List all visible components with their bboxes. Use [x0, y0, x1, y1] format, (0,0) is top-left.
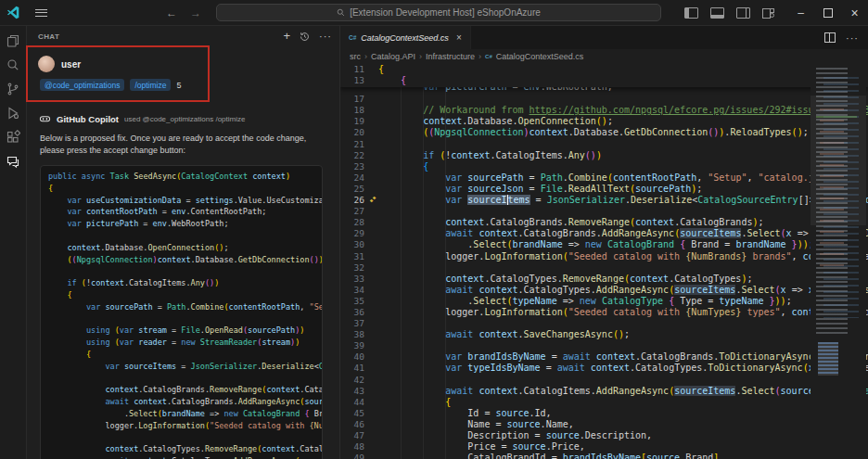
chat-header: CHAT + ··· — [27, 26, 339, 46]
line-number: 31 — [340, 251, 364, 262]
breadcrumb-item[interactable]: CatalogContextSeed.cs — [496, 52, 584, 61]
command-center-search[interactable]: [Extension Development Host] eShopOnAzur… — [216, 4, 661, 21]
minimize-button[interactable]: – — [787, 1, 814, 25]
line-number: 18 — [340, 105, 364, 116]
breadcrumb-item[interactable]: src — [350, 52, 361, 61]
code-line — [48, 265, 322, 277]
line-number: 38 — [340, 329, 364, 340]
search-icon — [337, 8, 345, 17]
split-editor-icon[interactable] — [824, 32, 836, 43]
maximize-button[interactable] — [814, 1, 841, 25]
code-token: typeName — [513, 296, 557, 306]
breadcrumb-item[interactable]: Infrastructure — [426, 52, 475, 61]
run-debug-icon[interactable] — [3, 105, 23, 121]
gutter-glyph — [364, 340, 378, 351]
code-token: using — [48, 338, 110, 347]
back-icon[interactable]: ← — [166, 6, 177, 19]
toggle-secondary-sidebar-icon[interactable] — [736, 7, 750, 19]
chat-icon[interactable] — [3, 153, 23, 169]
explorer-icon[interactable] — [3, 32, 23, 48]
minimap[interactable] — [811, 64, 866, 416]
code-line: var picturePath = env.WebRootPath; — [340, 87, 868, 93]
code-token: .Value.UseCustomizationD — [234, 196, 323, 205]
code-token: SaveChangesAsync — [524, 329, 613, 339]
chat-more-actions-icon[interactable]: ··· — [319, 31, 332, 42]
code-line: using (var reader = new StreamReader(str… — [48, 337, 322, 349]
copilot-sparkle-icon[interactable]: ◆ — [364, 195, 378, 206]
code-token: await — [378, 228, 473, 238]
chat-copilot-message: GitHub Copilot used @code_optimizations … — [27, 91, 339, 459]
copilot-meta: used @code_optimizations /optimize — [124, 115, 245, 123]
code-token: Brand = — [310, 409, 323, 418]
code-token: ; — [696, 184, 702, 194]
code-token: , — [300, 302, 309, 312]
code-token: Any — [568, 150, 585, 160]
close-tab-icon[interactable]: × — [456, 32, 462, 43]
code-token: sourcePath — [105, 302, 152, 312]
extensions-icon[interactable] — [3, 129, 23, 145]
code-token: { — [378, 161, 428, 172]
code-token: context — [635, 217, 674, 227]
code-token: source — [781, 386, 814, 396]
code-token: Description = — [378, 430, 546, 440]
code-token: ToDictionaryAsync — [719, 351, 813, 362]
code-token: File — [181, 325, 199, 335]
code-token: () — [205, 278, 214, 287]
code-token: brandName — [162, 409, 205, 418]
code-token: SeedAsync — [134, 172, 176, 181]
agent-chip[interactable]: @code_optimizations — [40, 79, 124, 91]
code-token: , — [696, 172, 708, 183]
breadcrumb: src › Catalog.API › Infrastructure › C# … — [340, 49, 868, 64]
code-token: .CatalogBr — [300, 385, 323, 394]
code-line: 39 — [340, 340, 868, 351]
code-line — [48, 230, 322, 242]
search-sidebar-icon[interactable] — [3, 57, 23, 72]
code-line: 34 await context.CatalogTypes.AddRangeAs… — [340, 285, 868, 296]
editor-more-actions-icon[interactable]: ··· — [846, 32, 859, 44]
code-line: var picturePath = env.WebRootPath; — [48, 218, 322, 230]
code-line: 27 — [340, 206, 868, 217]
code-token: Combine — [568, 172, 607, 183]
code-token: .CatalogTypes. — [518, 285, 596, 295]
code-token: sourceJson — [467, 184, 523, 194]
code-line: await context.CatalogTypes.AddRangeAsync… — [48, 455, 322, 459]
code-editor[interactable]: 11{13 { var picturePath = env.WebRootPat… — [340, 64, 868, 459]
toggle-panel-icon[interactable] — [710, 7, 724, 19]
toggle-sidebar-icon[interactable] — [684, 7, 698, 19]
slash-command-chip[interactable]: /optimize — [130, 79, 171, 91]
code-line: 19 context.Database.OpenConnection(); — [340, 116, 868, 127]
close-window-button[interactable]: × — [841, 1, 868, 25]
gutter-glyph — [364, 172, 378, 184]
code-token: .Database. — [568, 127, 624, 137]
breadcrumb-item[interactable]: Catalog.API — [371, 52, 415, 61]
tab-catalogcontextseed[interactable]: C# CatalogContextSeed.cs × — [340, 26, 471, 49]
code-token: var — [48, 207, 82, 216]
new-chat-icon[interactable]: + — [283, 32, 290, 41]
source-control-icon[interactable] — [3, 81, 23, 96]
code-token: env — [153, 219, 167, 228]
forward-icon[interactable]: → — [190, 6, 201, 19]
gutter-glyph — [364, 386, 378, 397]
code-line: 13 { — [340, 75, 868, 86]
code-token: OpenRead — [205, 325, 243, 335]
code-token: .Name, — [541, 419, 574, 429]
chat-history-icon[interactable] — [300, 32, 310, 42]
copilot-name: GitHub Copilot — [57, 114, 119, 124]
code-token: () — [310, 255, 319, 264]
menu-icon[interactable] — [35, 6, 47, 19]
code-token: ) — [319, 255, 323, 264]
code-token: { — [378, 397, 451, 407]
code-token: Path — [541, 172, 563, 183]
customize-layout-icon[interactable] — [762, 8, 774, 18]
proposed-code-block: public async Task SeedAsync(CatalogConte… — [40, 165, 323, 459]
code-line: 22 if (!context.CatalogItems.Any()) — [340, 150, 868, 161]
code-token: Select — [473, 239, 506, 249]
line-number: 37 — [340, 318, 364, 329]
code-token: brandName — [513, 239, 563, 249]
code-token: Deserialize — [631, 195, 692, 205]
code-line: 37 — [340, 318, 868, 329]
line-number: 40 — [340, 351, 364, 363]
editor-group: C# CatalogContextSeed.cs × ··· src › Cat… — [340, 26, 868, 459]
gutter-glyph — [364, 351, 378, 363]
gutter-glyph — [364, 262, 378, 274]
